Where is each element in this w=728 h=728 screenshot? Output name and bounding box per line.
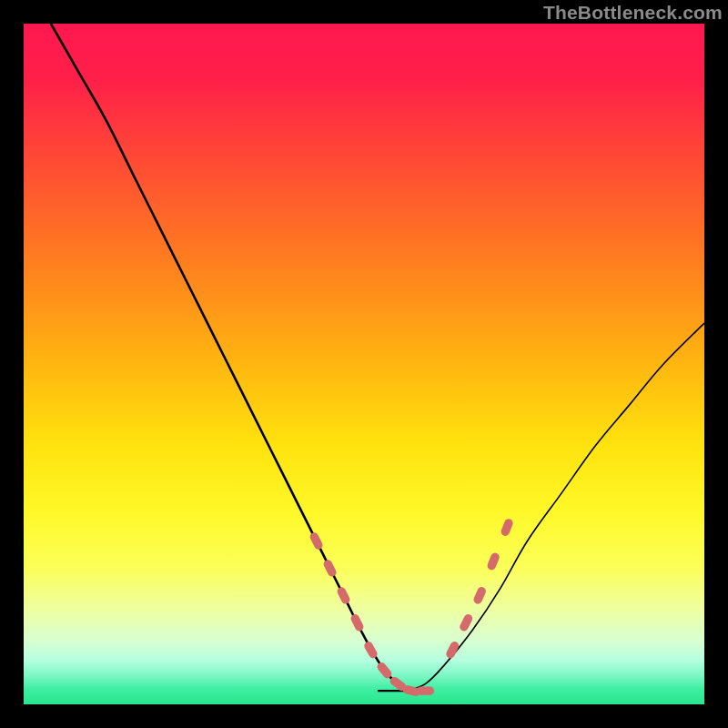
chart-curves [24,24,704,704]
watermark-text: TheBottleneck.com [543,2,723,24]
markers-right-dot [486,551,500,571]
markers-right-dot [459,612,474,632]
markers-left-dot [336,586,351,606]
markers-left-dot [322,559,338,579]
markers-left-dot [417,686,434,694]
outer-frame: TheBottleneck.com [0,0,728,728]
plot-area [24,24,704,704]
right-curve [405,323,704,691]
markers-right-dot [500,518,514,538]
left-curve [51,24,405,691]
markers-left-dot [308,531,324,551]
markers-left-dot [349,612,365,632]
markers-right-dot [472,586,487,606]
